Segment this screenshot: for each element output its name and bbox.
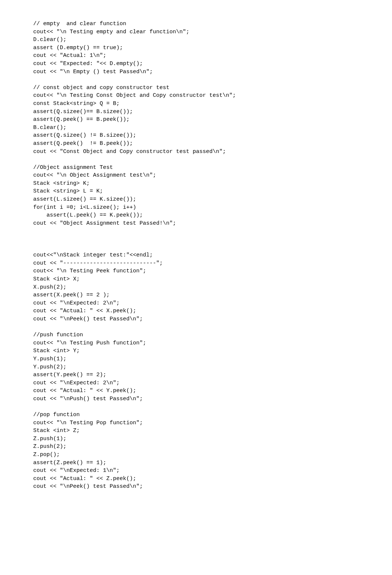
code-block: // empty and clear function cout<< "\n T… — [33, 20, 366, 491]
